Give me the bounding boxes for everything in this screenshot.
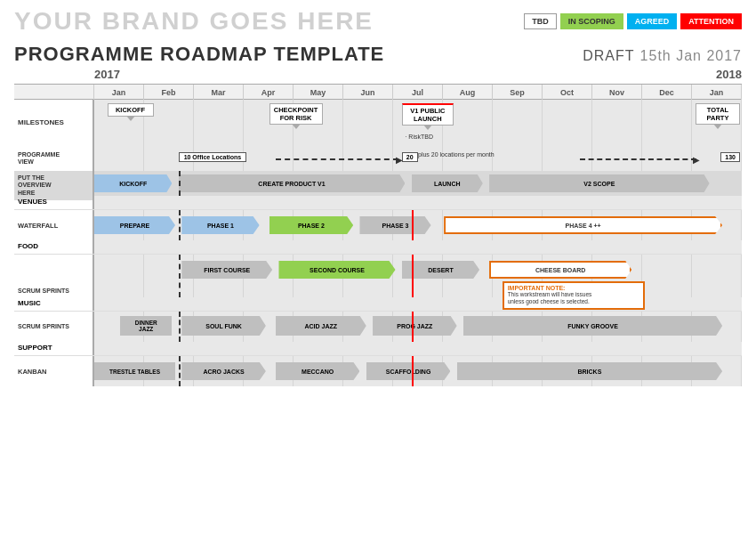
month-sep: Sep — [493, 85, 543, 101]
music-label: MUSIC — [14, 297, 94, 311]
dashed-vline-kanban — [179, 356, 181, 386]
waterfall-row: WATERFALL PREPARE PHASE 1 PHASE 2 — [14, 210, 742, 240]
month-jan2: Jan — [692, 85, 742, 101]
milestone-v1-launch: V1 PUBLICLAUNCH — [402, 103, 454, 126]
month-dec: Dec — [642, 85, 692, 101]
dotted-arrow-line2 — [580, 158, 696, 160]
food-heading-row: FOOD — [14, 240, 742, 255]
month-apr: Apr — [244, 85, 294, 101]
month-mar: Mar — [194, 85, 244, 101]
office-locations-box: 10 Office Locations — [179, 152, 247, 162]
programme-title-row: PROGRAMME ROADMAP TEMPLATE DRAFT 15th Ja… — [0, 39, 756, 68]
cheese-board-bar: CHEESE BOARD — [489, 261, 631, 279]
waterfall-content: PREPARE PHASE 1 PHASE 2 PHASE 3 PHASE 4 … — [94, 210, 742, 240]
programme-view-row: PROGRAMMEVIEW 10 Office Locations ▶ 20 p… — [14, 146, 742, 171]
month-may: May — [294, 85, 343, 101]
milestone-kickoff: KICKOFF — [108, 103, 154, 117]
year-row: 2017 2018 — [14, 68, 742, 84]
red-vline-music — [412, 312, 414, 342]
dashed-vline-food — [179, 255, 181, 297]
second-course-bar: SECOND COURSE — [278, 261, 395, 279]
kanban-content: TRESTLE TABLES ACRO JACKS MECCANO SCAFFO… — [94, 356, 742, 386]
month-jul: Jul — [393, 85, 443, 101]
music-scrum-row: SCRUM SPRINTS DINNERJAZZ SOUL FUNK ACID … — [14, 312, 742, 342]
dinner-jazz-bar: DINNERJAZZ — [120, 316, 172, 336]
kanban-label: KANBAN — [14, 356, 94, 386]
num130-box: 130 — [720, 152, 740, 162]
red-vline-waterfall — [412, 210, 414, 240]
month-feb: Feb — [144, 85, 194, 101]
dashed-vline-music — [179, 312, 181, 342]
dotted-arrow-line — [276, 158, 398, 160]
music-empty — [94, 297, 742, 311]
year-2018: 2018 — [716, 68, 742, 81]
venues-label: VENUES — [14, 196, 94, 209]
programme-view-content: 10 Office Locations ▶ 20 plus 20 locatio… — [94, 146, 742, 171]
prog-jazz-bar: PROG JAZZ — [373, 316, 457, 336]
phase3-bar: PHASE 3 — [359, 216, 430, 234]
milestones-label: MILESTONES — [14, 100, 94, 146]
dashed-vline-feb — [179, 171, 181, 196]
funky-groove-bar: FUNKY GROOVE — [463, 316, 722, 336]
milestones-row: MILESTONES KICKOFF CHECKPOINTFOR RISK V1… — [14, 100, 742, 146]
important-note: IMPORTANT NOTE: This workstream will hav… — [503, 281, 645, 310]
grid-col-6 — [343, 100, 393, 146]
programme-title: PROGRAMME ROADMAP TEMPLATE — [14, 43, 384, 66]
month-jan1: Jan — [94, 85, 144, 101]
acro-jacks-bar: ACRO JACKS — [181, 362, 266, 380]
risk-tbd-label: · RiskTBD — [405, 134, 433, 140]
food-label: FOOD — [14, 240, 94, 254]
legend-tbd: TBD — [524, 13, 557, 29]
phase2-bar: PHASE 2 — [269, 216, 354, 234]
header: YOUR BRAND GOES HERE TBD IN SCOPING AGRE… — [0, 0, 756, 39]
important-note-title: IMPORTANT NOTE: — [508, 285, 639, 291]
important-note-text: This workstream will have issuesunless g… — [508, 291, 639, 306]
month-aug: Aug — [443, 85, 493, 101]
month-row: Jan Feb Mar Apr May Jun Jul Aug Sep Oct … — [14, 84, 742, 100]
desert-bar: DESERT — [402, 261, 479, 279]
legend: TBD IN SCOPING AGREED ATTENTION — [524, 13, 742, 29]
legend-scoping: IN SCOPING — [560, 13, 623, 29]
brand-title: YOUR BRAND GOES HERE — [14, 7, 374, 36]
v2scope-bar: V2 SCOPE — [489, 174, 710, 192]
main-content: MILESTONES KICKOFF CHECKPOINTFOR RISK V1… — [14, 100, 742, 386]
kanban-row: KANBAN TRESTLE TABLES ACRO JACKS MECCANO — [14, 356, 742, 386]
grid-col-3 — [194, 100, 244, 146]
draft-date: 15th Jan 2017 — [640, 48, 742, 63]
music-scrum-content: DINNERJAZZ SOUL FUNK ACID JAZZ PROG JAZZ… — [94, 312, 742, 342]
support-heading-row: SUPPORT — [14, 342, 742, 356]
support-label: SUPPORT — [14, 342, 94, 355]
kickoff-bar: KICKOFF — [94, 174, 172, 192]
num20-box: 20 — [402, 152, 418, 162]
red-vline-kanban — [412, 356, 414, 386]
music-scrum-label: SCRUM SPRINTS — [14, 312, 94, 342]
grid-col-10 — [543, 100, 592, 146]
venues-heading-row: VENUES — [14, 196, 742, 210]
programme-view-label: PROGRAMMEVIEW — [14, 146, 94, 171]
milestones-content: KICKOFF CHECKPOINTFOR RISK V1 PUBLICLAUN… — [94, 100, 742, 146]
grid-col-9 — [493, 100, 543, 146]
month-header-empty — [14, 85, 94, 101]
grid-col-12 — [642, 100, 692, 146]
create-product-bar: CREATE PRODUCT V1 — [179, 174, 406, 192]
first-course-bar: FIRST COURSE — [181, 261, 272, 279]
month-nov: Nov — [592, 85, 642, 101]
plus20-text: plus 20 locations per month — [418, 151, 495, 158]
overview-row: PUT THEOVERVIEWHERE KICKOFF CREATE PRODU… — [14, 171, 742, 196]
acid-jazz-bar: ACID JAZZ — [276, 316, 366, 336]
venues-empty — [94, 196, 742, 209]
legend-agreed: AGREED — [627, 13, 678, 29]
arrow-head2: ▶ — [693, 155, 700, 165]
overview-content: KICKOFF CREATE PRODUCT V1 LAUNCH V2 SCOP… — [94, 171, 742, 196]
draft-label: DRAFT 15th Jan 2017 — [583, 46, 742, 65]
roadmap: 2017 2018 Jan Feb Mar Apr May Jun Jul Au… — [0, 68, 756, 386]
soul-funk-bar: SOUL FUNK — [181, 316, 266, 336]
milestone-checkpoint: CHECKPOINTFOR RISK — [269, 103, 323, 125]
phase4-bar: PHASE 4 ++ — [444, 216, 722, 234]
food-scrum-content: FIRST COURSE SECOND COURSE DESERT CHEESE… — [94, 255, 742, 297]
food-scrum-row: SCRUM SPRINTS FIRST COURSE SECOND COURSE… — [14, 255, 742, 297]
red-vline-food — [412, 255, 414, 297]
legend-attention: ATTENTION — [680, 13, 742, 29]
milestone-total-party: TOTALPARTY — [696, 103, 740, 125]
draft-word: DRAFT — [583, 48, 634, 63]
